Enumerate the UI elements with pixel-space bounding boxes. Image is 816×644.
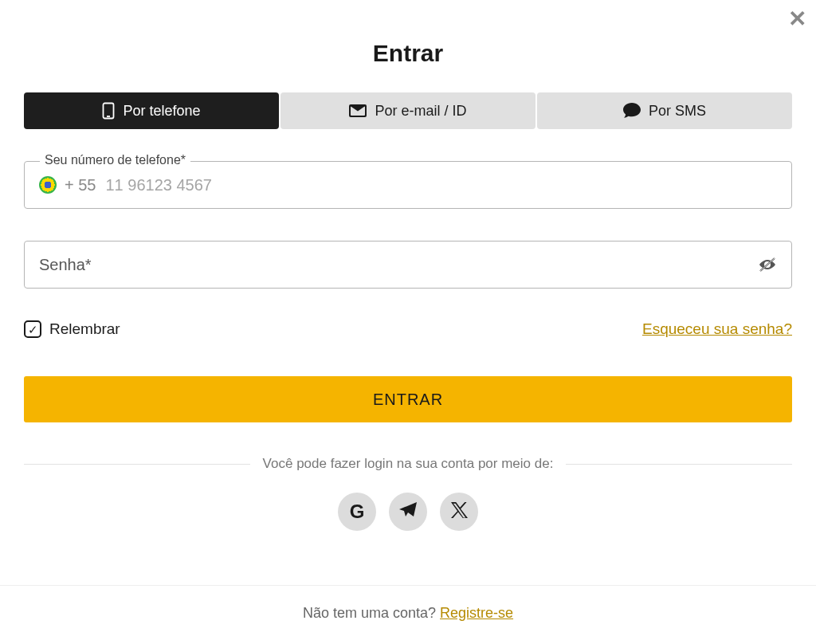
- speech-bubble-icon: [623, 103, 641, 119]
- forgot-password-link[interactable]: Esqueceu sua senha?: [642, 320, 792, 338]
- close-button[interactable]: ✕: [788, 8, 806, 30]
- register-link[interactable]: Registre-se: [440, 605, 513, 621]
- tab-phone-label: Por telefone: [123, 103, 200, 120]
- remember-checkbox-wrap[interactable]: ✓ Relembrar: [24, 320, 120, 338]
- password-input[interactable]: [39, 256, 758, 274]
- tab-email-label: Por e-mail / ID: [375, 103, 466, 120]
- toggle-password-visibility-icon[interactable]: [758, 257, 777, 273]
- social-login-row: G: [24, 493, 792, 531]
- tab-phone[interactable]: Por telefone: [24, 92, 279, 129]
- phone-input[interactable]: [105, 176, 777, 194]
- tab-sms-label: Por SMS: [649, 103, 706, 120]
- phone-prefix[interactable]: + 55: [65, 176, 96, 194]
- phone-field-wrap: Seu número de telefone* + 55: [24, 161, 792, 209]
- phone-icon: [102, 102, 115, 120]
- page-title: Entrar: [24, 40, 792, 67]
- x-login-button[interactable]: [440, 493, 478, 531]
- social-divider-text: Você pode fazer login na sua conta por m…: [263, 456, 554, 472]
- x-icon: [450, 501, 468, 522]
- remember-checkbox[interactable]: ✓: [24, 320, 41, 338]
- envelope-icon: [349, 104, 367, 117]
- submit-button[interactable]: ENTRAR: [24, 376, 792, 422]
- phone-field[interactable]: + 55: [24, 161, 792, 209]
- divider-line: [24, 464, 250, 465]
- password-field-wrap: [24, 241, 792, 289]
- telegram-login-button[interactable]: [389, 493, 427, 531]
- phone-field-label: Seu número de telefone*: [40, 153, 190, 167]
- google-login-button[interactable]: G: [338, 493, 376, 531]
- login-modal: Entrar Por telefone Por e-mail / ID Por …: [0, 0, 816, 531]
- footer-text: Não tem uma conta?: [303, 605, 440, 621]
- remember-row: ✓ Relembrar Esqueceu sua senha?: [24, 320, 792, 338]
- tab-sms[interactable]: Por SMS: [537, 92, 792, 129]
- social-divider: Você pode fazer login na sua conta por m…: [24, 456, 792, 472]
- google-icon: G: [350, 501, 365, 523]
- footer: Não tem uma conta? Registre-se: [0, 585, 816, 622]
- divider-line: [566, 464, 792, 465]
- login-method-tabs: Por telefone Por e-mail / ID Por SMS: [24, 92, 792, 129]
- telegram-icon: [398, 501, 418, 522]
- remember-label: Relembrar: [49, 320, 120, 338]
- password-field[interactable]: [24, 241, 792, 289]
- brazil-flag-icon[interactable]: [39, 176, 57, 194]
- tab-email[interactable]: Por e-mail / ID: [280, 92, 536, 129]
